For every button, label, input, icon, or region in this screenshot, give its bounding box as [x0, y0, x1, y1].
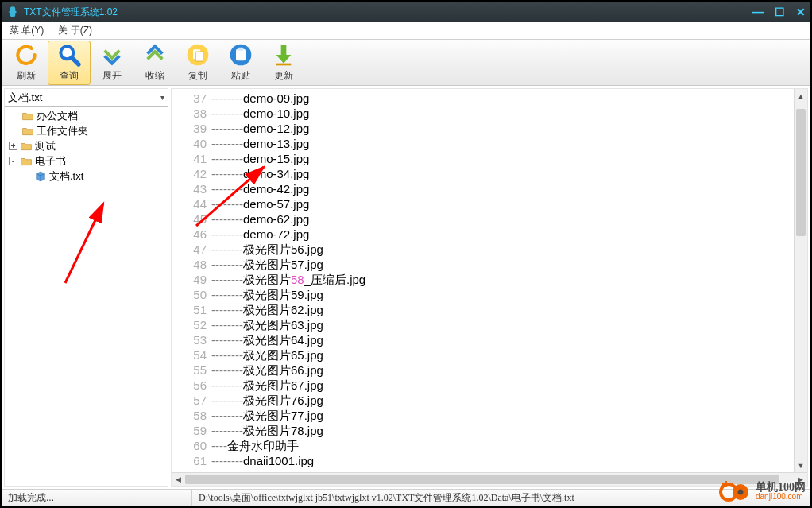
- tree-label: 工作文件夹: [37, 123, 88, 138]
- watermark-logo: [719, 479, 751, 503]
- folder-icon: [22, 111, 33, 121]
- update-label: 更新: [274, 69, 293, 83]
- maximize-button[interactable]: ☐: [775, 6, 785, 18]
- download-icon: [271, 42, 296, 68]
- tree-item-work[interactable]: 工作文件夹: [6, 123, 166, 138]
- menu-main[interactable]: 菜 单(Y): [6, 22, 47, 39]
- folder-icon: [21, 157, 32, 166]
- copy-icon: [185, 42, 211, 68]
- scroll-thumb[interactable]: [796, 109, 806, 236]
- minimize-button[interactable]: —: [752, 6, 764, 18]
- vertical-scrollbar[interactable]: ▲ ▼: [794, 89, 807, 472]
- query-label: 查询: [60, 69, 79, 83]
- svg-rect-8: [281, 45, 287, 55]
- copy-label: 复制: [188, 69, 207, 83]
- status-left: 加载完成...: [2, 490, 192, 506]
- watermark-cn: 单机100网: [756, 482, 806, 493]
- status-path: D:\tools\桌面\office\txtwjglxt jb51\txtwjg…: [192, 490, 810, 506]
- line-gutter: 37 38 39 40 41 42 43 44 45 46 47 48 49 5…: [172, 89, 211, 486]
- watermark-en: danji100.com: [756, 493, 806, 501]
- scroll-left-arrow[interactable]: ◀: [172, 473, 185, 486]
- tree-label: 办公文档: [37, 108, 78, 123]
- paste-label: 粘贴: [231, 69, 250, 83]
- svg-rect-4: [195, 52, 203, 61]
- watermark: 单机100网 danji100.com: [719, 479, 806, 503]
- expand-label: 展开: [102, 69, 122, 83]
- tree-label: 测试: [35, 138, 56, 153]
- svg-line-1: [72, 58, 79, 64]
- window-title: TXT文件管理系统1.02: [24, 6, 118, 19]
- code-editor[interactable]: 37 38 39 40 41 42 43 44 45 46 47 48 49 5…: [172, 89, 807, 486]
- paste-button[interactable]: 粘贴: [219, 41, 262, 85]
- collapse-toggle[interactable]: -: [9, 157, 17, 165]
- scroll-up-arrow[interactable]: ▲: [795, 89, 807, 103]
- close-button[interactable]: ✕: [796, 6, 806, 18]
- file-icon: [35, 171, 46, 182]
- titlebar: TXT文件管理系统1.02 — ☐ ✕: [2, 2, 810, 22]
- status-bar: 加载完成... D:\tools\桌面\office\txtwjglxt jb5…: [2, 489, 810, 506]
- paste-icon: [228, 42, 253, 68]
- tree-item-ebook[interactable]: - 电子书: [6, 153, 166, 169]
- expand-button[interactable]: 展开: [91, 41, 133, 85]
- combo-value: 文档.txt: [8, 91, 42, 105]
- tree-item-office[interactable]: 办公文档: [6, 108, 166, 123]
- svg-rect-7: [238, 48, 244, 51]
- scroll-thumb[interactable]: [185, 475, 779, 484]
- app-icon: [6, 6, 19, 18]
- menubar: 菜 单(Y) 关 于(Z): [2, 22, 810, 40]
- tree-item-test[interactable]: + 测试: [6, 138, 166, 153]
- folder-tree: 办公文档 工作文件夹 + 测试 - 电子书 文档: [5, 107, 168, 486]
- collapse-button[interactable]: 收缩: [133, 41, 176, 85]
- sidebar: 文档.txt ▾ 办公文档 工作文件夹 + 测试 -: [4, 88, 168, 487]
- query-button[interactable]: 查询: [48, 41, 91, 85]
- dropdown-icon: ▾: [160, 93, 164, 102]
- code-content[interactable]: --------demo-09.jpg --------demo-10.jpg …: [211, 89, 807, 486]
- search-icon: [56, 42, 82, 68]
- refresh-button[interactable]: 刷新: [5, 41, 48, 85]
- collapse-label: 收缩: [145, 69, 164, 83]
- tree-item-file[interactable]: 文档.txt: [6, 169, 166, 184]
- expand-toggle[interactable]: +: [9, 142, 17, 150]
- folder-icon: [22, 126, 33, 136]
- update-button[interactable]: 更新: [262, 41, 305, 85]
- tree-label: 电子书: [35, 153, 66, 169]
- refresh-label: 刷新: [17, 69, 36, 83]
- folder-icon: [21, 142, 32, 151]
- chevron-down-icon: [99, 42, 125, 68]
- svg-rect-6: [236, 49, 246, 61]
- menu-about[interactable]: 关 于(Z): [55, 22, 95, 39]
- file-combo[interactable]: 文档.txt ▾: [5, 89, 168, 107]
- chevron-up-icon: [142, 42, 168, 68]
- scroll-down-arrow[interactable]: ▼: [795, 459, 807, 472]
- svg-point-14: [738, 490, 744, 495]
- copy-button[interactable]: 复制: [176, 41, 219, 85]
- svg-rect-16: [722, 483, 729, 486]
- refresh-icon: [14, 42, 39, 68]
- toolbar: 刷新 查询 展开 收缩 复制 粘贴 更新: [2, 40, 810, 86]
- svg-rect-9: [276, 64, 292, 66]
- tree-label: 文档.txt: [49, 169, 83, 184]
- horizontal-scrollbar[interactable]: ◀ ▶: [172, 472, 807, 486]
- editor-panel: 37 38 39 40 41 42 43 44 45 46 47 48 49 5…: [171, 88, 808, 487]
